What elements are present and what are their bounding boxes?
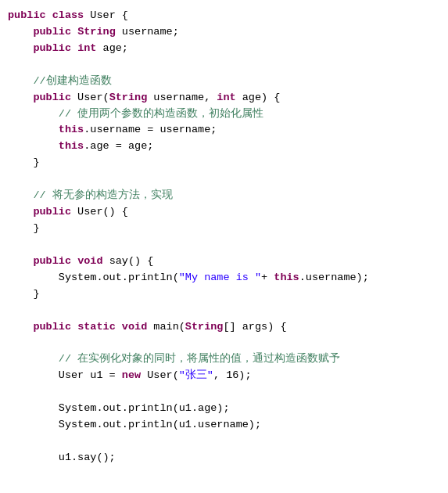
code-line: //创建构造函数 xyxy=(8,74,439,90)
code-token: static xyxy=(77,321,116,333)
code-token: void xyxy=(77,255,102,267)
code-token: .age = age; xyxy=(84,140,153,152)
code-token: //创建构造函数 xyxy=(33,75,111,87)
code-token: // 在实例化对象的同时，将属性的值，通过构造函数赋予 xyxy=(59,353,340,365)
code-token: public xyxy=(33,92,71,103)
code-token: System xyxy=(59,419,97,430)
code-line: // 将无参的构造方法，实现 xyxy=(8,188,439,204)
code-token: public xyxy=(33,42,71,54)
code-line: System.out.println("My name is "+ this.u… xyxy=(8,270,439,286)
code-token: .out.println(u1.age); xyxy=(96,402,229,414)
code-token: void xyxy=(122,321,147,333)
code-token: class xyxy=(52,9,84,21)
code-token: User( xyxy=(141,369,179,381)
code-line: System.out.println(u1.age); xyxy=(8,401,439,417)
code-token: , 16); xyxy=(213,369,252,381)
code-token: public xyxy=(33,206,71,218)
code-token xyxy=(8,321,33,333)
code-line xyxy=(8,171,439,188)
code-line: public User() { xyxy=(8,204,439,221)
code-token xyxy=(8,92,33,103)
code-token xyxy=(8,353,59,365)
code-token: String xyxy=(77,26,116,38)
code-token: } xyxy=(8,157,40,168)
code-line: } xyxy=(8,155,439,171)
code-line xyxy=(8,57,439,74)
code-token xyxy=(8,419,59,430)
code-line: this.username = username; xyxy=(8,122,439,139)
code-token: public xyxy=(8,9,46,21)
code-token xyxy=(71,26,77,38)
code-token: [] args) { xyxy=(223,321,286,333)
code-token xyxy=(8,140,59,152)
code-token: .out.println(u1.username); xyxy=(96,419,261,430)
code-token: age; xyxy=(96,42,128,54)
code-token: System xyxy=(59,402,97,414)
code-token xyxy=(8,189,33,201)
code-line: public void say() { xyxy=(8,254,439,270)
code-token: // 使用两个参数的构造函数，初始化属性 xyxy=(59,108,263,120)
code-line: // 在实例化对象的同时，将属性的值，通过构造函数赋予 xyxy=(8,351,439,368)
code-token: .username = username; xyxy=(84,124,217,135)
code-token: main( xyxy=(147,321,185,333)
code-token: System xyxy=(59,272,97,283)
code-token: User { xyxy=(84,9,128,21)
code-token: int xyxy=(217,92,235,103)
code-line xyxy=(8,303,439,319)
code-line: } xyxy=(8,221,439,237)
code-token: new xyxy=(122,369,141,381)
code-token: age) { xyxy=(236,92,281,103)
code-token xyxy=(8,75,33,87)
code-token xyxy=(8,402,59,414)
code-block: public class User { public String userna… xyxy=(8,8,439,493)
code-token: public xyxy=(33,321,71,333)
code-token: this xyxy=(274,272,299,283)
code-line xyxy=(8,466,439,483)
code-line: public User(String username, int age) { xyxy=(8,90,439,106)
code-token: User( xyxy=(71,92,109,103)
code-token: public xyxy=(33,255,71,267)
code-token xyxy=(46,9,52,21)
code-token: this xyxy=(59,124,84,135)
code-token xyxy=(116,321,122,333)
code-token: } xyxy=(8,222,40,234)
code-token xyxy=(8,26,33,38)
code-token: this xyxy=(59,140,84,152)
code-line xyxy=(8,384,439,401)
code-container: public class User { public String userna… xyxy=(0,0,448,493)
code-line xyxy=(8,335,439,351)
code-token xyxy=(71,255,77,267)
code-line xyxy=(8,237,439,254)
code-line: System.out.println(u1.username); xyxy=(8,417,439,434)
code-token xyxy=(8,255,33,267)
code-token xyxy=(71,321,77,333)
code-token: User() { xyxy=(71,206,128,218)
code-token: } xyxy=(8,288,40,300)
code-token: int xyxy=(77,42,96,54)
code-token xyxy=(8,108,59,120)
code-token: u1.say(); xyxy=(59,452,116,463)
code-line: public String username; xyxy=(8,24,439,41)
code-token xyxy=(8,452,59,463)
code-line: public int age; xyxy=(8,41,439,57)
code-token xyxy=(8,369,59,381)
code-line xyxy=(8,434,439,450)
code-token: String xyxy=(109,92,148,103)
code-token: u1 = xyxy=(84,369,122,381)
code-line xyxy=(8,483,439,493)
code-token xyxy=(8,42,33,54)
code-token xyxy=(8,272,59,283)
code-line: // 使用两个参数的构造函数，初始化属性 xyxy=(8,106,439,123)
code-token: "My name is " xyxy=(179,272,261,283)
code-token: .username); xyxy=(299,272,369,283)
code-line: public static void main(String[] args) { xyxy=(8,319,439,336)
code-line: } xyxy=(8,286,439,303)
code-token: + xyxy=(261,272,274,283)
code-line: this.age = age; xyxy=(8,139,439,155)
code-token: "张三" xyxy=(179,369,213,381)
code-token xyxy=(8,206,33,218)
code-token: User xyxy=(59,369,84,381)
code-token: username; xyxy=(116,26,179,38)
code-token: username, xyxy=(147,92,217,103)
code-token xyxy=(8,124,59,135)
